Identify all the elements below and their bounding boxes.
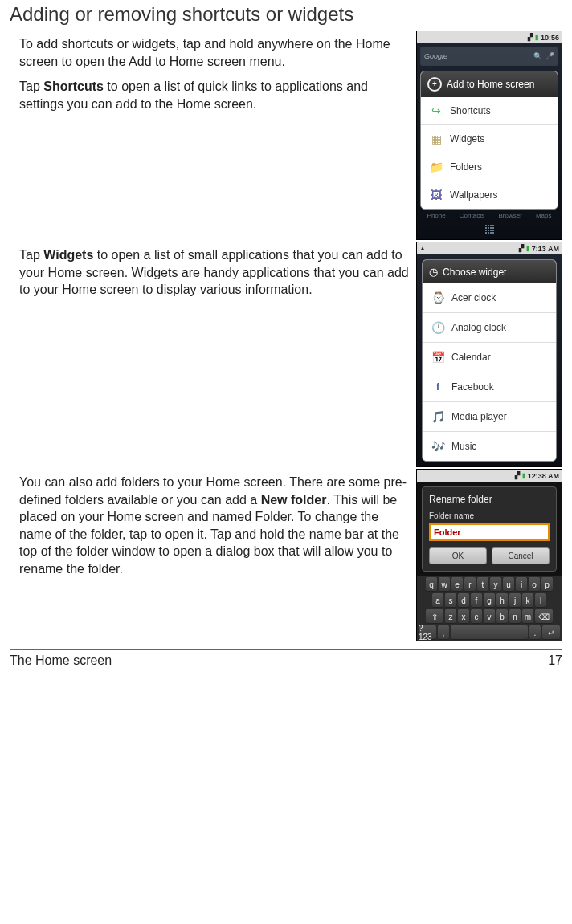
widget-header-icon: ◷ bbox=[429, 266, 438, 278]
label: Analog clock bbox=[451, 322, 506, 333]
widget-item-media-player[interactable]: 🎵Media player bbox=[423, 402, 556, 432]
widget-item-facebook[interactable]: fFacebook bbox=[423, 372, 556, 402]
search-icon[interactable]: 🔍 bbox=[533, 52, 542, 60]
signal-icon: ▞ bbox=[515, 472, 520, 479]
popup-title-row: ◷ Choose widget bbox=[423, 260, 556, 283]
calendar-icon: 📅 bbox=[431, 350, 445, 364]
onscreen-keyboard[interactable]: qwertyuiop asdfghjkl ⇧zxcvbnm⌫ ?123,.↵ bbox=[417, 576, 562, 641]
key-␣[interactable] bbox=[451, 625, 528, 640]
key-k[interactable]: k bbox=[522, 593, 533, 608]
key-f[interactable]: f bbox=[471, 593, 482, 608]
key-⇧[interactable]: ⇧ bbox=[426, 609, 443, 624]
key-p[interactable]: p bbox=[541, 577, 553, 592]
label: Wallpapers bbox=[450, 189, 498, 201]
key-q[interactable]: q bbox=[426, 577, 437, 592]
key-t[interactable]: t bbox=[477, 577, 488, 592]
page-heading: Adding or removing shortcuts or widgets bbox=[10, 3, 562, 26]
para-intro: To add shortcuts or widgets, tap and hol… bbox=[19, 35, 411, 70]
key-l[interactable]: l bbox=[535, 593, 546, 608]
google-search-bar[interactable]: Google 🔍 🎤 bbox=[420, 47, 558, 66]
popup-title-row: + Add to Home screen bbox=[421, 71, 558, 97]
para-shortcuts: Tap Shortcuts to open a list of quick li… bbox=[19, 78, 411, 112]
mic-icon[interactable]: 🎤 bbox=[545, 52, 554, 60]
key-j[interactable]: j bbox=[509, 593, 521, 608]
key-v[interactable]: v bbox=[484, 609, 495, 624]
widget-item-acer-clock[interactable]: ⌚Acer clock bbox=[423, 283, 556, 313]
key-y[interactable]: y bbox=[490, 577, 501, 592]
dialog-title: Rename folder bbox=[429, 494, 550, 505]
menu-item-shortcuts[interactable]: ↪ Shortcuts bbox=[421, 97, 558, 125]
dock-maps[interactable]: Maps bbox=[536, 212, 552, 219]
key-h[interactable]: h bbox=[496, 593, 508, 608]
key-e[interactable]: e bbox=[451, 577, 463, 592]
widget-item-calendar[interactable]: 📅Calendar bbox=[423, 343, 556, 372]
field-label: Folder name bbox=[429, 511, 550, 520]
popup-title: Choose widget bbox=[443, 267, 506, 278]
google-logo: Google bbox=[424, 52, 447, 60]
clock-icon: ⌚ bbox=[431, 291, 445, 305]
para-folders: You can also add folders to your Home sc… bbox=[19, 474, 411, 578]
dock: Phone Contacts Browser Maps bbox=[420, 210, 558, 222]
status-bar: ▞ ▮ 10:56 bbox=[417, 31, 562, 43]
dock-contacts[interactable]: Contacts bbox=[460, 212, 485, 219]
app-drawer-button[interactable] bbox=[420, 222, 558, 236]
key-o[interactable]: o bbox=[529, 577, 540, 592]
dock-browser[interactable]: Browser bbox=[498, 212, 521, 219]
label: Facebook bbox=[451, 381, 494, 393]
key-w[interactable]: w bbox=[439, 577, 450, 592]
bold-shortcuts: Shortcuts bbox=[43, 79, 104, 93]
menu-item-folders[interactable]: 📁 Folders bbox=[421, 153, 558, 181]
status-bar: ▲ ▞ ▮ 7:13 AM bbox=[417, 242, 562, 254]
key-n[interactable]: n bbox=[509, 609, 521, 624]
screenshot-choose-widget: ▲ ▞ ▮ 7:13 AM ◷ Choose widget ⌚Acer cloc… bbox=[416, 242, 562, 467]
key-g[interactable]: g bbox=[484, 593, 495, 608]
key-↵[interactable]: ↵ bbox=[542, 625, 560, 640]
warning-icon: ▲ bbox=[419, 245, 426, 252]
key-s[interactable]: s bbox=[445, 593, 456, 608]
key-x[interactable]: x bbox=[458, 609, 469, 624]
bold-new-folder: New folder bbox=[261, 493, 327, 507]
text: Tap bbox=[19, 79, 43, 93]
key-m[interactable]: m bbox=[522, 609, 533, 624]
battery-icon: ▮ bbox=[522, 472, 525, 479]
text: Tap bbox=[19, 248, 43, 262]
screenshot-add-to-home: ▞ ▮ 10:56 Google 🔍 🎤 + Add to Home scree… bbox=[416, 31, 562, 240]
key-b[interactable]: b bbox=[496, 609, 508, 624]
key-.[interactable]: . bbox=[529, 625, 541, 640]
label: Calendar bbox=[451, 352, 491, 363]
para-widgets: Tap Widgets to open a list of small appl… bbox=[19, 246, 411, 299]
key-i[interactable]: i bbox=[516, 577, 527, 592]
key-a[interactable]: a bbox=[432, 593, 443, 608]
label: Music bbox=[451, 441, 476, 452]
clock: 10:56 bbox=[541, 34, 559, 42]
key-u[interactable]: u bbox=[503, 577, 514, 592]
folder-name-input[interactable]: Folder bbox=[429, 523, 550, 541]
cancel-button[interactable]: Cancel bbox=[492, 547, 550, 564]
popup-title: Add to Home screen bbox=[447, 79, 534, 90]
widget-item-music[interactable]: 🎶Music bbox=[423, 432, 556, 461]
label: Widgets bbox=[450, 133, 484, 145]
ok-button[interactable]: OK bbox=[429, 547, 487, 564]
wallpaper-icon: 🖼 bbox=[429, 188, 443, 202]
page-footer: The Home screen 17 bbox=[10, 649, 562, 668]
widget-item-analog-clock[interactable]: 🕒Analog clock bbox=[423, 313, 556, 343]
dock-phone[interactable]: Phone bbox=[427, 212, 446, 219]
key-d[interactable]: d bbox=[458, 593, 469, 608]
key-⌫[interactable]: ⌫ bbox=[535, 609, 553, 624]
key-,[interactable]: , bbox=[438, 625, 449, 640]
battery-icon: ▮ bbox=[535, 34, 538, 41]
grid-icon bbox=[485, 225, 494, 234]
key-z[interactable]: z bbox=[445, 609, 456, 624]
key-c[interactable]: c bbox=[471, 609, 482, 624]
clock: 12:38 AM bbox=[528, 472, 559, 480]
menu-item-wallpapers[interactable]: 🖼 Wallpapers bbox=[421, 181, 558, 209]
menu-item-widgets[interactable]: ▦ Widgets bbox=[421, 125, 558, 153]
battery-icon: ▮ bbox=[526, 245, 529, 252]
facebook-icon: f bbox=[431, 380, 445, 394]
key-r[interactable]: r bbox=[464, 577, 476, 592]
media-icon: 🎵 bbox=[431, 409, 445, 424]
choose-widget-popup: ◷ Choose widget ⌚Acer clock 🕒Analog cloc… bbox=[422, 259, 557, 462]
rename-folder-dialog: Rename folder Folder name Folder OK Canc… bbox=[422, 486, 557, 572]
key-?123[interactable]: ?123 bbox=[419, 625, 436, 640]
signal-icon: ▞ bbox=[519, 245, 524, 252]
